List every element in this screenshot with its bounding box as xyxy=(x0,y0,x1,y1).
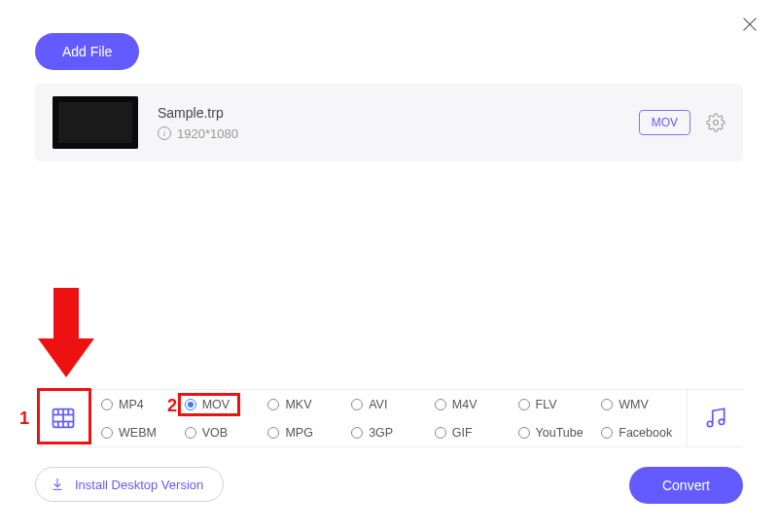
format-option-label: M4V xyxy=(452,398,477,411)
format-option-label: MKV xyxy=(285,398,311,411)
file-resolution: 1920*1080 xyxy=(177,126,238,141)
audio-tab[interactable] xyxy=(687,390,743,446)
radio-icon xyxy=(101,427,113,439)
svg-point-11 xyxy=(707,421,712,426)
radio-icon xyxy=(601,399,613,410)
format-option-gif[interactable]: GIF xyxy=(431,426,514,440)
radio-icon xyxy=(101,399,113,410)
format-option-label: GIF xyxy=(452,426,473,440)
annotation-label-1: 1 xyxy=(19,408,29,429)
video-thumbnail[interactable] xyxy=(53,96,138,149)
format-bar: MP4MOVMKVAVIM4VFLVWMVWEBMVOBMPG3GPGIFYou… xyxy=(35,389,743,447)
video-tab[interactable] xyxy=(35,390,91,446)
svg-point-12 xyxy=(719,419,724,424)
info-icon[interactable]: i xyxy=(158,126,171,140)
format-option-youtube[interactable]: YouTube xyxy=(514,426,598,440)
radio-icon xyxy=(435,399,446,410)
radio-icon xyxy=(518,399,530,410)
format-option-label: AVI xyxy=(369,398,387,411)
file-card: Sample.trp i 1920*1080 MOV xyxy=(35,84,743,161)
svg-point-2 xyxy=(714,121,719,125)
format-grid: MP4MOVMKVAVIM4VFLVWMVWEBMVOBMPG3GPGIFYou… xyxy=(91,390,687,446)
app-window: Add File Sample.trp i 1920*1080 MOV MP4M… xyxy=(0,0,778,532)
gear-icon[interactable] xyxy=(706,113,725,132)
output-format-badge[interactable]: MOV xyxy=(639,110,690,135)
format-option-vob[interactable]: VOB xyxy=(181,426,265,440)
format-option-label: MPG xyxy=(285,426,312,440)
format-option-label: FLV xyxy=(536,398,557,411)
format-option-webm[interactable]: WEBM xyxy=(97,426,181,440)
convert-button[interactable]: Convert xyxy=(629,467,743,504)
file-resolution-row: i 1920*1080 xyxy=(158,126,639,141)
close-icon[interactable] xyxy=(739,14,760,35)
annotation-arrow xyxy=(42,288,90,385)
format-option-label: MOV xyxy=(202,398,230,411)
radio-icon xyxy=(518,427,530,439)
install-desktop-label: Install Desktop Version xyxy=(75,478,203,492)
format-option-mp4[interactable]: MP4 xyxy=(97,398,181,411)
radio-icon xyxy=(351,427,363,439)
radio-icon xyxy=(267,427,279,439)
format-option-label: MP4 xyxy=(119,398,144,411)
format-option-label: Facebook xyxy=(619,426,672,440)
radio-icon xyxy=(601,427,613,439)
format-option-label: YouTube xyxy=(536,426,584,440)
format-option-3gp[interactable]: 3GP xyxy=(347,426,431,440)
radio-icon xyxy=(185,427,196,439)
format-option-label: WMV xyxy=(619,398,649,411)
format-option-mkv[interactable]: MKV xyxy=(264,398,347,411)
file-name: Sample.trp xyxy=(158,105,639,121)
format-option-facebook[interactable]: Facebook xyxy=(597,426,681,440)
format-option-mov[interactable]: MOV xyxy=(181,398,265,411)
format-option-mpg[interactable]: MPG xyxy=(264,426,347,440)
format-option-flv[interactable]: FLV xyxy=(514,398,598,411)
format-option-label: WEBM xyxy=(119,426,157,440)
format-option-avi[interactable]: AVI xyxy=(347,398,431,411)
radio-icon xyxy=(267,399,279,410)
install-desktop-button[interactable]: Install Desktop Version xyxy=(35,467,224,502)
format-option-m4v[interactable]: M4V xyxy=(431,398,514,411)
radio-icon xyxy=(185,399,196,410)
format-option-wmv[interactable]: WMV xyxy=(597,398,681,411)
radio-icon xyxy=(435,427,446,439)
add-file-button[interactable]: Add File xyxy=(35,33,139,70)
format-option-label: 3GP xyxy=(369,426,393,440)
file-meta: Sample.trp i 1920*1080 xyxy=(158,105,639,141)
download-icon xyxy=(50,477,65,492)
radio-icon xyxy=(351,399,363,410)
format-option-label: VOB xyxy=(202,426,228,440)
